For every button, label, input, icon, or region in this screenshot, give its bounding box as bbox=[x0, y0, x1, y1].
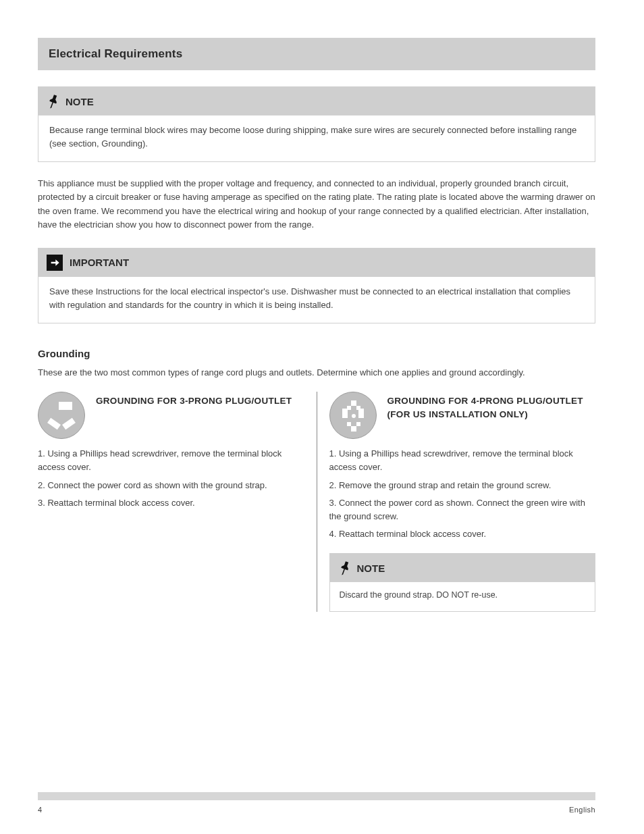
note-header: NOTE bbox=[330, 554, 595, 582]
note-label: NOTE bbox=[357, 563, 385, 574]
important-label: IMPORTANT bbox=[70, 257, 129, 268]
note-box-1: NOTE Because range terminal block wires … bbox=[38, 86, 595, 162]
grounding-paragraph: These are the two most common types of r… bbox=[38, 366, 595, 380]
four-prong-steps: 1. Using a Phillips head screwdriver, re… bbox=[329, 447, 596, 541]
important-header: IMPORTANT bbox=[38, 249, 595, 277]
grounding-title: Grounding bbox=[38, 348, 595, 359]
pushpin-icon bbox=[47, 94, 59, 109]
three-prong-steps: 1. Using a Phillips head screwdriver, re… bbox=[38, 447, 304, 510]
footer-language: English bbox=[569, 806, 595, 814]
section-title: Electrical Requirements bbox=[49, 47, 182, 61]
list-item: 3. Connect the power cord as shown. Conn… bbox=[329, 496, 596, 523]
note-body: Because range terminal block wires may b… bbox=[38, 115, 595, 161]
intro-paragraph: This appliance must be supplied with the… bbox=[38, 177, 595, 232]
list-item: 1. Using a Phillips head screwdriver, re… bbox=[38, 447, 304, 474]
four-prong-title: GROUNDING FOR 4-PRONG PLUG/OUTLET (FOR U… bbox=[387, 392, 596, 421]
three-prong-title: GROUNDING FOR 3-PRONG PLUG/OUTLET bbox=[96, 392, 292, 408]
arrow-right-icon bbox=[47, 255, 63, 271]
pushpin-icon bbox=[338, 561, 350, 575]
list-item: 4. Reattach terminal block access cover. bbox=[329, 527, 596, 541]
note-body: Discard the ground strap. DO NOT re-use. bbox=[330, 582, 595, 611]
page-number: 4 bbox=[38, 806, 43, 814]
list-item: 1. Using a Phillips head screwdriver, re… bbox=[329, 447, 596, 474]
section-title-bar: Electrical Requirements bbox=[38, 38, 595, 70]
footer-divider bbox=[38, 792, 595, 800]
plug-row: GROUNDING FOR 4-PRONG PLUG/OUTLET (FOR U… bbox=[329, 392, 596, 439]
four-prong-outlet-icon bbox=[329, 392, 377, 439]
col-4-prong: GROUNDING FOR 4-PRONG PLUG/OUTLET (FOR U… bbox=[317, 392, 596, 612]
note-box-2: NOTE Discard the ground strap. DO NOT re… bbox=[329, 553, 596, 612]
plug-row: GROUNDING FOR 3-PRONG PLUG/OUTLET bbox=[38, 392, 304, 439]
note-label: NOTE bbox=[65, 96, 94, 107]
note-header: NOTE bbox=[38, 87, 595, 115]
list-item: 2. Remove the ground strap and retain th… bbox=[329, 479, 596, 492]
important-box: IMPORTANT Save these Instructions for th… bbox=[38, 248, 595, 323]
list-item: 2. Connect the power cord as shown with … bbox=[38, 479, 304, 492]
two-column-layout: GROUNDING FOR 3-PRONG PLUG/OUTLET 1. Usi… bbox=[38, 392, 595, 612]
footer: 4 English bbox=[38, 806, 595, 814]
list-item: 3. Reattach terminal block access cover. bbox=[38, 496, 304, 510]
three-prong-outlet-icon bbox=[38, 392, 85, 439]
important-body: Save these Instructions for the local el… bbox=[38, 277, 595, 323]
col-3-prong: GROUNDING FOR 3-PRONG PLUG/OUTLET 1. Usi… bbox=[38, 392, 317, 612]
